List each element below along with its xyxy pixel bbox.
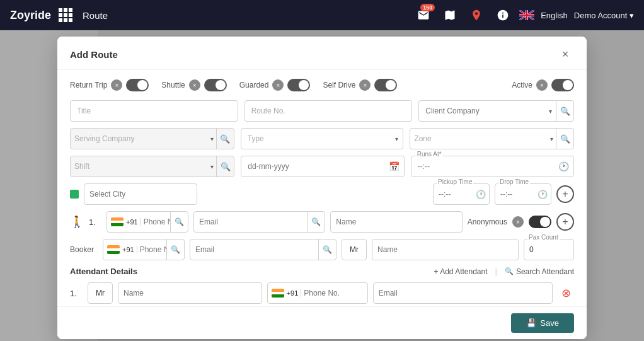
active-toggle[interactable] xyxy=(551,79,574,91)
close-button[interactable]: × xyxy=(556,45,574,63)
booker-country-code: +91 xyxy=(120,246,137,253)
city-input[interactable] xyxy=(84,190,197,199)
info-button[interactable] xyxy=(493,5,513,25)
guarded-toggle[interactable] xyxy=(287,79,310,91)
person-phone-search-button[interactable]: 🔍 xyxy=(170,212,188,232)
account-dropdown[interactable]: Demo Account ▾ xyxy=(574,11,634,20)
add-stop-button[interactable]: + xyxy=(556,185,574,203)
search-attendant-button[interactable]: 🔍 Search Attendant xyxy=(505,267,574,276)
runs-at-input[interactable] xyxy=(411,156,574,177)
runs-at-wrapper: Runs At* 🕐 xyxy=(411,156,574,177)
modal-overlay: Add Route × Return Trip × Shuttle × xyxy=(0,30,644,341)
shuttle-toggle-item: Shuttle × xyxy=(161,79,226,91)
person-phone-input[interactable] xyxy=(144,217,170,226)
shuttle-toggle[interactable] xyxy=(204,79,227,91)
serving-company-wrapper: Serving Company ▾ 🔍 xyxy=(70,128,234,149)
add-person-button[interactable]: + xyxy=(556,213,574,231)
booker-email-wrapper: 🔍 xyxy=(190,239,336,260)
running-days-wrapper: 📅 xyxy=(241,156,404,177)
add-attendant-button[interactable]: + Add Attendant xyxy=(434,267,487,276)
person-name-wrapper xyxy=(330,211,462,233)
booker-name-wrapper xyxy=(372,239,519,260)
client-company-input[interactable] xyxy=(419,107,545,115)
guarded-label: Guarded xyxy=(239,81,269,90)
anonymous-toggle[interactable] xyxy=(529,216,551,228)
booker-email-input[interactable] xyxy=(190,245,318,254)
anonymous-x-button[interactable]: × xyxy=(512,216,524,228)
notifications-button[interactable]: 150 xyxy=(413,5,434,25)
return-trip-toggle[interactable] xyxy=(126,79,149,91)
person-country-code: +91 xyxy=(124,218,141,226)
pickup-time-label: Pickup Time xyxy=(437,178,473,185)
pax-count-wrapper: Pax Count xyxy=(524,239,574,260)
india-flag-icon xyxy=(111,217,124,226)
type-wrapper: Type ▾ xyxy=(241,128,404,149)
booker-email-search-button[interactable]: 🔍 xyxy=(318,240,336,260)
shuttle-label: Shuttle xyxy=(161,81,185,90)
person-email-input[interactable] xyxy=(194,217,307,226)
attendant-actions: + Add Attendant | 🔍 Search Attendant xyxy=(434,267,574,276)
return-trip-x-button[interactable]: × xyxy=(111,79,122,91)
person-phone-wrapper: +91 🔍 xyxy=(106,211,188,233)
client-company-search-button[interactable]: 🔍 xyxy=(556,101,573,121)
shuttle-x-button[interactable]: × xyxy=(189,79,200,91)
serving-company-arrow-icon: ▾ xyxy=(208,136,216,142)
serving-company-search-button[interactable]: 🔍 xyxy=(216,129,234,149)
modal-title: Add Route xyxy=(70,49,118,60)
pickup-time-field: Pickup Time 🕐 xyxy=(433,183,490,205)
self-drive-toggle[interactable] xyxy=(374,79,397,91)
guarded-toggle-item: Guarded × xyxy=(239,79,311,91)
guarded-x-button[interactable]: × xyxy=(272,79,284,91)
navbar: Zoyride Route 150 English xyxy=(0,0,644,30)
active-x-button[interactable]: × xyxy=(536,79,548,91)
map-button[interactable] xyxy=(440,5,460,25)
client-company-arrow-icon[interactable]: ▾ xyxy=(545,108,556,115)
row-1: ▾ 🔍 xyxy=(70,100,574,122)
active-label: Active xyxy=(512,81,532,90)
grid-icon[interactable] xyxy=(59,8,72,22)
main-area: Add Route × Return Trip × Shuttle × xyxy=(0,30,644,341)
pax-count-input[interactable] xyxy=(524,239,574,260)
booker-row: Booker +91 🔍 🔍 Mr xyxy=(70,239,574,260)
serving-company-select[interactable]: Serving Company xyxy=(71,134,208,143)
language-label[interactable]: English xyxy=(541,11,568,20)
shift-select[interactable]: Shift xyxy=(71,162,208,171)
add-route-modal: Add Route × Return Trip × Shuttle × xyxy=(57,37,587,339)
brand-logo: Zoyride xyxy=(10,9,51,22)
attendant-phone-wrapper: +91 xyxy=(267,282,368,304)
person-name-input[interactable] xyxy=(331,217,461,226)
booker-phone-search-button[interactable]: 🔍 xyxy=(166,240,184,260)
remove-attendant-button[interactable]: ⊗ xyxy=(558,285,574,301)
pax-count-label: Pax Count xyxy=(527,234,560,241)
language-flag xyxy=(519,10,534,20)
modal-body: Return Trip × Shuttle × Guarded × xyxy=(57,70,587,328)
booker-phone-input[interactable] xyxy=(140,245,166,254)
shift-search-button[interactable]: 🔍 xyxy=(216,156,234,176)
return-trip-toggle-item: Return Trip × xyxy=(70,79,149,91)
attendant-section-title: Attendant Details xyxy=(70,267,137,276)
row-2: Serving Company ▾ 🔍 Type ▾ Zone xyxy=(70,128,574,149)
booker-name-input[interactable] xyxy=(372,245,518,254)
attendant-phone-input[interactable] xyxy=(304,289,367,298)
title-input[interactable] xyxy=(70,100,238,122)
notification-badge: 150 xyxy=(420,4,435,11)
self-drive-x-button[interactable]: × xyxy=(359,79,371,91)
attendant-name-input[interactable] xyxy=(118,289,262,298)
active-toggle-item: Active × xyxy=(512,79,574,91)
anonymous-label: Anonymous xyxy=(468,217,507,226)
runs-at-label: Runs At* xyxy=(416,151,443,158)
attendant-email-input[interactable] xyxy=(374,289,552,298)
shift-wrapper: Shift ▾ 🔍 xyxy=(70,156,234,177)
person-icon: 🚶 xyxy=(70,215,84,229)
zone-search-button[interactable]: 🔍 xyxy=(556,129,573,149)
zone-select[interactable]: Zone xyxy=(410,134,548,143)
type-select[interactable]: Type xyxy=(241,128,404,149)
booker-india-flag-icon xyxy=(107,245,120,254)
attendant-country-code: +91 xyxy=(284,289,302,297)
person-email-search-button[interactable]: 🔍 xyxy=(307,212,325,232)
running-days-input[interactable] xyxy=(241,156,404,177)
location-button[interactable] xyxy=(466,5,486,25)
attendant-row: 1. Mr +91 ⊗ xyxy=(70,282,574,304)
save-button[interactable]: 💾 Save xyxy=(511,313,574,333)
route-no-input[interactable] xyxy=(244,100,413,122)
